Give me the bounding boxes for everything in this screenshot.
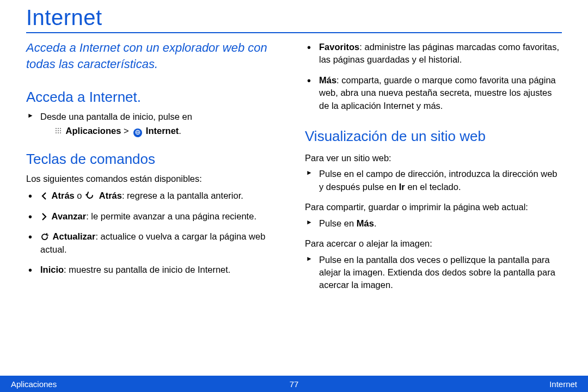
forward-label: Avanzar [52, 211, 87, 221]
section-heading-access: Acceda a Internet. [26, 87, 283, 107]
title-rule [26, 32, 562, 33]
back-or: o [75, 191, 84, 200]
list-item: Avanzar: le permite avanzar a una página… [26, 210, 283, 223]
list-item: Atrás o Atrás: regrese a la pantalla ant… [26, 189, 283, 202]
back-arrow-icon [84, 192, 95, 200]
access-step-path: Aplicaciones > Internet. [40, 125, 283, 137]
list-item: Más: comparta, guarde o marque como favo… [305, 74, 562, 112]
more-desc: : comparta, guarde o marque como favorit… [319, 75, 556, 111]
access-step-pre: Desde una pantalla de inicio, pulse en [40, 112, 192, 121]
back-label-1: Atrás [52, 191, 75, 200]
document-page: Internet Acceda a Internet con un explor… [0, 0, 588, 392]
intro-text: Acceda a Internet con un explorador web … [26, 40, 283, 72]
apps-grid-icon [54, 127, 62, 134]
internet-globe-icon [133, 128, 142, 137]
refresh-label: Actualizar [53, 231, 96, 241]
view-step3-text: Pulse en la pantalla dos veces o pellizq… [319, 255, 555, 290]
list-item: Inicio: muestre su pantalla de inicio de… [26, 264, 283, 276]
back-chevron-icon [40, 192, 48, 200]
view-step1-bold: Ir [399, 182, 405, 192]
path-separator: > [124, 126, 129, 136]
view-para-2: Para compartir, guardar o imprimir la pá… [305, 201, 562, 213]
more-label: Más [319, 75, 336, 85]
footer-right: Internet [549, 379, 577, 389]
two-column-layout: Acceda a Internet con un explorador web … [26, 40, 562, 299]
view-block-2: Para compartir, guardar o imprimir la pá… [305, 201, 562, 230]
view-step2-post: . [374, 218, 377, 228]
view-block-3: Para acercar o alejar la imagen: Pulse e… [305, 237, 562, 292]
back-desc: : regrese a la pantalla anterior. [122, 191, 243, 200]
commands-intro: Los siguientes comandos están disponible… [26, 173, 283, 185]
view-para-1: Para ver un sitio web: [305, 152, 562, 164]
back-label-2: Atrás [99, 191, 122, 200]
right-column: Favoritos: administre las páginas marcad… [305, 40, 562, 299]
access-step: Desde una pantalla de inicio, pulse en A… [26, 111, 283, 137]
right-bullets: Favoritos: administre las páginas marcad… [305, 41, 562, 112]
section-heading-commands: Teclas de comandos [26, 149, 283, 169]
list-item: Favoritos: administre las páginas marcad… [305, 41, 562, 66]
list-item: Actualizar: actualice o vuelva a cargar … [26, 230, 283, 256]
page-title: Internet [26, 5, 562, 30]
footer-page-number: 77 [290, 379, 299, 389]
view-step-1: Pulse en el campo de dirección, introduz… [305, 168, 562, 193]
view-step-3: Pulse en la pantalla dos veces o pellizq… [305, 254, 562, 292]
view-step2-bold: Más [357, 218, 374, 228]
section-heading-view: Visualización de un sitio web [305, 126, 562, 146]
forward-desc: : le permite avanzar a una página recien… [86, 211, 256, 221]
refresh-icon [40, 232, 49, 241]
view-step2-pre: Pulse en [319, 218, 357, 228]
view-block-1: Para ver un sitio web: Pulse en el campo… [305, 152, 562, 193]
footer-left: Aplicaciones [11, 379, 57, 389]
path-internet-label: Internet [146, 126, 179, 136]
page-footer: Aplicaciones 77 Internet [0, 376, 588, 392]
content-area: Internet Acceda a Internet con un explor… [0, 0, 588, 299]
view-step1-post: en el teclado. [405, 182, 461, 192]
forward-chevron-icon [40, 212, 48, 221]
path-end: . [179, 126, 181, 136]
view-step-2: Pulse en Más. [305, 217, 562, 230]
home-label: Inicio [40, 265, 64, 274]
view-para-3: Para acercar o alejar la imagen: [305, 237, 562, 250]
favorites-label: Favoritos [319, 42, 359, 52]
commands-list: Atrás o Atrás: regrese a la pantalla ant… [26, 189, 283, 276]
left-column: Acceda a Internet con un explorador web … [26, 40, 283, 299]
path-apps-label: Aplicaciones [66, 126, 121, 136]
home-desc: : muestre su pantalla de inicio de Inter… [64, 265, 230, 274]
